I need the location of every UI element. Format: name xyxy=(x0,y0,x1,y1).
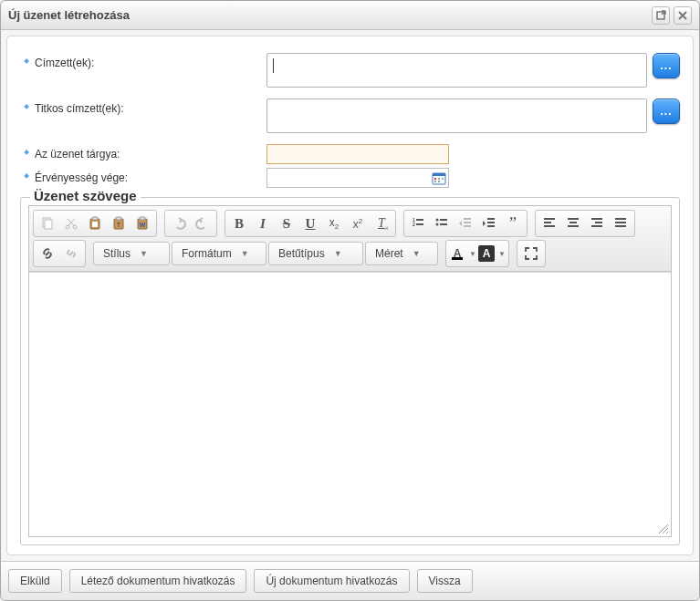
format-combo[interactable]: Formátum▼ xyxy=(172,242,266,265)
unlink-icon xyxy=(64,246,78,261)
cut-button[interactable] xyxy=(59,212,83,234)
bullet-icon xyxy=(20,58,29,67)
remove-format-icon: T× xyxy=(378,216,385,231)
style-combo[interactable]: Stílus▼ xyxy=(93,242,170,265)
row-subject: Az üzenet tárgya: xyxy=(20,144,680,164)
svg-rect-19 xyxy=(116,217,121,220)
paste-text-icon: T xyxy=(111,216,126,231)
subscript-button[interactable]: x2 xyxy=(322,212,346,234)
outdent-button[interactable] xyxy=(454,212,477,234)
validity-input[interactable] xyxy=(271,169,432,187)
align-left-button[interactable] xyxy=(538,212,561,234)
strike-button[interactable]: S xyxy=(275,212,298,234)
outdent-icon xyxy=(458,216,473,231)
svg-rect-17 xyxy=(92,222,98,227)
undo-icon xyxy=(172,216,186,231)
strike-icon: S xyxy=(283,216,290,232)
blockquote-icon: ” xyxy=(509,219,517,228)
paste-button[interactable] xyxy=(83,212,107,234)
titlebar: Új üzenet létrehozása xyxy=(1,1,699,30)
svg-rect-5 xyxy=(433,173,445,176)
new-doc-link-button[interactable]: Új dokumentum hivatkozás xyxy=(254,569,409,593)
redo-button[interactable] xyxy=(191,212,214,234)
indent-button[interactable] xyxy=(477,212,501,234)
svg-rect-22 xyxy=(140,217,145,220)
undo-button[interactable] xyxy=(167,212,191,234)
back-button[interactable]: Vissza xyxy=(417,569,473,593)
validity-date-field[interactable] xyxy=(266,168,449,188)
bcc-browse-button[interactable]: ... xyxy=(653,98,680,124)
compose-window: Új üzenet létrehozása Címzett(ek): ... xyxy=(0,0,700,601)
remove-format-button[interactable]: T× xyxy=(370,212,393,234)
bold-button[interactable]: B xyxy=(227,212,251,234)
chevron-down-icon: ▼ xyxy=(334,249,342,258)
align-justify-button[interactable] xyxy=(609,212,632,234)
resize-handle[interactable] xyxy=(656,522,669,534)
svg-rect-9 xyxy=(434,181,436,182)
paste-word-button[interactable]: W xyxy=(131,212,154,234)
fieldset-legend: Üzenet szövege xyxy=(30,188,141,203)
bullet-icon xyxy=(20,104,29,113)
ul-button[interactable] xyxy=(430,212,454,234)
popout-button[interactable] xyxy=(652,6,670,25)
align-right-icon xyxy=(590,216,604,231)
row-bcc: Titkos címzett(ek): ... xyxy=(20,98,680,133)
italic-button[interactable]: I xyxy=(251,212,275,234)
calendar-icon[interactable] xyxy=(432,171,446,185)
unlink-button[interactable] xyxy=(59,243,83,264)
bullet-icon xyxy=(20,150,29,159)
recipients-input[interactable] xyxy=(266,53,647,88)
subject-input[interactable] xyxy=(266,144,449,164)
font-combo[interactable]: Betűtípus▼ xyxy=(268,242,363,265)
svg-rect-0 xyxy=(24,58,29,64)
unordered-list-icon xyxy=(434,216,449,231)
svg-text:2: 2 xyxy=(413,222,415,227)
bg-color-button[interactable]: A ▼ xyxy=(477,243,507,264)
svg-text:T: T xyxy=(117,222,121,228)
dialog-body: Címzett(ek): ... Titkos címzett(ek): ... xyxy=(6,36,694,555)
chevron-down-icon: ▼ xyxy=(140,249,148,258)
align-left-icon xyxy=(542,216,557,231)
dialog-footer: Elküld Létező dokumentum hivatkozás Új d… xyxy=(1,561,699,600)
paste-text-button[interactable]: T xyxy=(107,212,131,234)
svg-rect-12 xyxy=(45,220,52,229)
redo-icon xyxy=(195,216,210,231)
copy-button[interactable] xyxy=(36,212,59,234)
svg-point-28 xyxy=(436,219,439,222)
paste-word-icon: W xyxy=(135,216,150,231)
chevron-down-icon: ▼ xyxy=(413,249,421,258)
rich-text-editor: T W B I S U xyxy=(28,205,672,537)
align-justify-icon xyxy=(613,216,628,231)
superscript-button[interactable]: x2 xyxy=(346,212,370,234)
chevron-down-icon: ▼ xyxy=(241,249,249,258)
cut-icon xyxy=(64,216,78,231)
close-button[interactable] xyxy=(674,6,692,25)
text-color-button[interactable]: A ▼ xyxy=(448,243,477,264)
send-button[interactable]: Elküld xyxy=(8,569,62,593)
message-body-fieldset: Üzenet szövege T W xyxy=(20,197,680,545)
existing-doc-link-button[interactable]: Létező dokumentum hivatkozás xyxy=(69,569,247,593)
label-validity: Érvényesség vége: xyxy=(20,168,266,184)
label-subject: Az üzenet tárgya: xyxy=(20,144,266,161)
ol-button[interactable]: 12 xyxy=(406,212,430,234)
svg-text:W: W xyxy=(140,222,146,228)
maximize-button[interactable] xyxy=(519,243,543,264)
link-button[interactable] xyxy=(36,243,59,264)
svg-rect-7 xyxy=(438,178,440,180)
italic-icon: I xyxy=(260,216,266,232)
copy-icon xyxy=(40,216,55,231)
ordered-list-icon: 12 xyxy=(411,216,425,231)
align-center-button[interactable] xyxy=(561,212,585,234)
recipients-browse-button[interactable]: ... xyxy=(653,53,680,78)
align-center-icon xyxy=(566,216,580,231)
size-combo[interactable]: Méret▼ xyxy=(365,242,438,265)
align-right-button[interactable] xyxy=(585,212,609,234)
svg-rect-2 xyxy=(24,150,29,155)
editor-content-area[interactable] xyxy=(29,272,671,536)
bold-icon: B xyxy=(235,216,244,232)
svg-rect-16 xyxy=(92,217,98,220)
svg-rect-8 xyxy=(442,178,444,180)
blockquote-button[interactable]: ” xyxy=(501,212,525,234)
underline-button[interactable]: U xyxy=(298,212,322,234)
bcc-input[interactable] xyxy=(266,98,647,133)
